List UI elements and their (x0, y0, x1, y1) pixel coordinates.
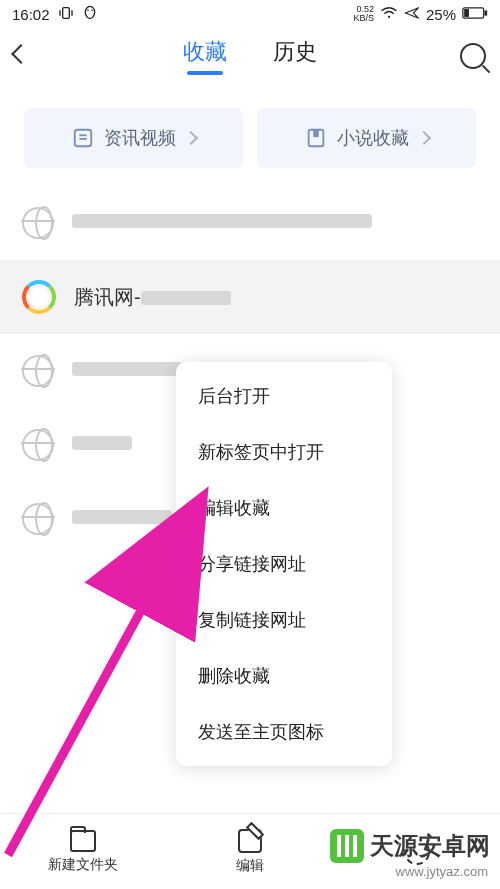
back-icon (11, 44, 31, 64)
svg-point-3 (85, 6, 94, 18)
menu-copy-link[interactable]: 复制链接网址 (176, 592, 392, 648)
tencent-icon (22, 280, 56, 314)
context-menu: 后台打开 新标签页中打开 编辑收藏 分享链接网址 复制链接网址 删除收藏 发送至… (176, 362, 392, 766)
network-speed: 0.52 KB/S (353, 5, 374, 23)
svg-point-6 (388, 15, 390, 17)
category-novel[interactable]: 小说收藏 (257, 108, 476, 168)
edit-button[interactable]: 编辑 (167, 829, 334, 875)
watermark-url: www.jytyaz.com (396, 864, 488, 879)
novel-icon (305, 127, 327, 149)
globe-icon (22, 503, 54, 535)
vibrate-icon (58, 5, 74, 24)
globe-icon (22, 429, 54, 461)
svg-rect-0 (62, 7, 69, 18)
edit-icon (238, 829, 262, 853)
search-icon (460, 43, 486, 69)
category-label: 小说收藏 (337, 126, 409, 150)
news-icon (72, 127, 94, 149)
folder-icon (70, 830, 96, 852)
button-label: 编辑 (236, 857, 264, 875)
status-bar: 16:02 0.52 KB/S 25% (0, 0, 500, 28)
watermark-logo-icon (330, 829, 364, 863)
qq-app-icon (82, 5, 98, 24)
menu-delete-favorite[interactable]: 删除收藏 (176, 648, 392, 704)
status-time: 16:02 (12, 6, 50, 23)
item-title (72, 214, 372, 232)
category-row: 资讯视频 小说收藏 (0, 84, 500, 186)
category-news-video[interactable]: 资讯视频 (24, 108, 243, 168)
battery-text: 25% (426, 6, 456, 23)
item-title (72, 510, 172, 528)
back-button[interactable] (14, 47, 48, 65)
globe-icon (22, 355, 54, 387)
svg-point-4 (87, 9, 89, 11)
airplane-icon (404, 5, 420, 24)
list-item[interactable] (0, 186, 500, 260)
new-folder-button[interactable]: 新建文件夹 (0, 830, 167, 874)
search-button[interactable] (452, 43, 486, 69)
menu-send-home-icon[interactable]: 发送至主页图标 (176, 704, 392, 760)
svg-point-5 (91, 9, 93, 11)
menu-edit-favorite[interactable]: 编辑收藏 (176, 480, 392, 536)
tab-history[interactable]: 历史 (273, 37, 317, 75)
item-title (72, 436, 132, 454)
menu-open-new-tab[interactable]: 新标签页中打开 (176, 424, 392, 480)
battery-icon (462, 6, 488, 23)
globe-icon (22, 207, 54, 239)
category-label: 资讯视频 (104, 126, 176, 150)
menu-open-background[interactable]: 后台打开 (176, 368, 392, 424)
menu-share-link[interactable]: 分享链接网址 (176, 536, 392, 592)
chevron-right-icon (416, 131, 430, 145)
chevron-right-icon (183, 131, 197, 145)
tab-favorites[interactable]: 收藏 (183, 37, 227, 75)
svg-rect-8 (485, 10, 488, 15)
top-nav: 收藏 历史 (0, 28, 500, 84)
wifi-icon (380, 6, 398, 23)
watermark-brand: 天源安卓网 (370, 830, 490, 862)
item-title (72, 362, 182, 380)
list-item[interactable]: 腾讯网- (0, 260, 500, 334)
svg-rect-14 (313, 130, 319, 137)
watermark: 天源安卓网 (330, 829, 490, 863)
button-label: 新建文件夹 (48, 856, 118, 874)
svg-rect-9 (464, 9, 469, 17)
item-title: 腾讯网- (74, 284, 231, 311)
